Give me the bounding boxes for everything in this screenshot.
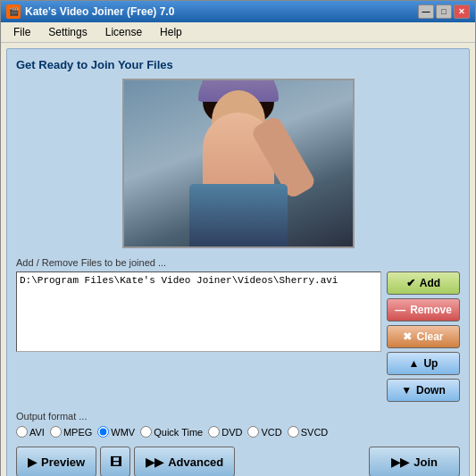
minimize-button[interactable]: — [418,4,434,19]
title-controls: — □ ✕ [418,4,470,19]
up-label: Up [423,357,438,370]
join-icon: ▶▶ [391,455,409,469]
remove-label: Remove [410,304,452,316]
preview-button[interactable]: ▶ Preview [16,447,96,476]
down-label: Down [416,384,446,397]
clear-button[interactable]: ✖ Clear [387,325,460,348]
advanced-icon: ▶▶ [146,455,163,469]
title-bar: 🎬 Kate's Video Joiner (Free) 7.0 — □ ✕ [1,1,475,22]
main-window: 🎬 Kate's Video Joiner (Free) 7.0 — □ ✕ F… [0,0,476,476]
preview-image-area [122,79,355,248]
menu-help[interactable]: Help [151,24,191,40]
radio-wmv[interactable]: WMV [97,426,135,438]
bottom-buttons: ▶ Preview 🎞 ▶▶ Advanced ▶▶ Join [16,447,460,476]
photo-shirt [189,184,288,246]
up-icon: ▲ [409,357,420,370]
join-label: Join [413,455,438,469]
section-heading: Get Ready to Join Your Files [16,58,460,71]
menu-settings[interactable]: Settings [39,24,96,40]
remove-icon: — [395,304,405,316]
app-icon: 🎬 [6,4,21,19]
down-icon: ▼ [401,384,412,397]
format-radio-group: AVI MPEG WMV Quick Time DVD [16,426,460,438]
radio-mpeg[interactable]: MPEG [50,426,92,438]
title-bar-left: 🎬 Kate's Video Joiner (Free) 7.0 [6,4,174,19]
add-button[interactable]: ✔ Add [387,271,460,295]
filmstrip-button[interactable]: 🎞 [100,447,130,476]
radio-quicktime[interactable]: Quick Time [140,426,203,438]
down-button[interactable]: ▼ Down [387,379,460,402]
maximize-button[interactable]: □ [436,4,452,19]
menu-license[interactable]: License [96,24,151,40]
add-icon: ✔ [406,277,415,289]
output-label: Output format ... [16,411,460,422]
preview-icon: ▶ [28,455,37,469]
advanced-label: Advanced [168,455,223,469]
files-row: D:\Program Files\Kate's Video Joiner\Vid… [16,271,460,402]
clear-icon: ✖ [403,330,412,343]
menu-bar: File Settings License Help [1,22,475,43]
bottom-left-buttons: ▶ Preview 🎞 ▶▶ Advanced [16,447,235,476]
main-content: Get Ready to Join Your Files Add / Remov… [6,48,470,476]
advanced-button[interactable]: ▶▶ Advanced [134,447,235,476]
files-textarea[interactable]: D:\Program Files\Kate's Video Joiner\Vid… [16,271,381,352]
files-buttons: ✔ Add — Remove ✖ Clear ▲ Up ▼ Down [387,271,460,402]
radio-avi[interactable]: AVI [16,426,45,438]
filmstrip-icon: 🎞 [110,455,121,469]
up-button[interactable]: ▲ Up [387,352,460,375]
radio-dvd[interactable]: DVD [208,426,242,438]
join-button[interactable]: ▶▶ Join [369,447,460,476]
remove-button[interactable]: — Remove [387,298,460,322]
preview-label: Preview [41,455,85,469]
window-title: Kate's Video Joiner (Free) 7.0 [25,5,174,18]
files-label: Add / Remove Files to be joined ... [16,257,460,268]
add-label: Add [420,277,440,289]
radio-svcd[interactable]: SVCD [288,426,329,438]
close-button[interactable]: ✕ [454,4,470,19]
radio-vcd[interactable]: VCD [247,426,281,438]
output-section: Output format ... AVI MPEG WMV Quick Tim… [16,411,460,438]
menu-file[interactable]: File [4,24,39,40]
clear-label: Clear [416,330,443,343]
